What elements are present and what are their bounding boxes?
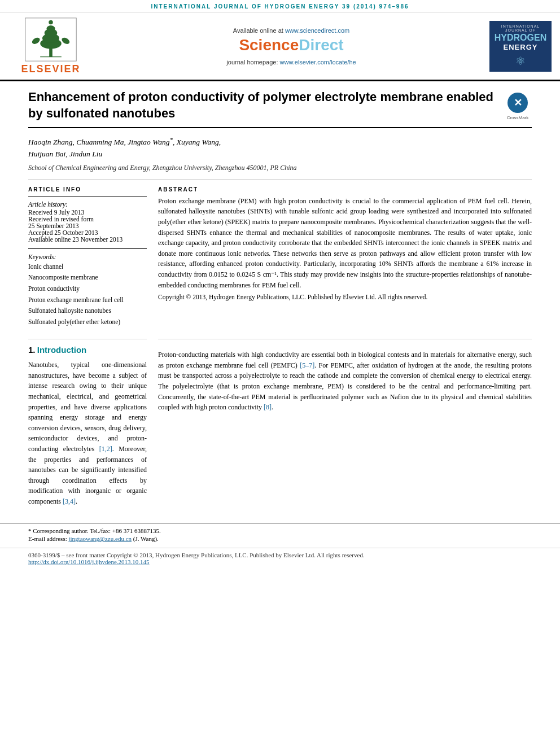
sciencedirect-logo: ScienceDirect — [239, 36, 343, 54]
article-info-abstract-section: ARTICLE INFO Article history: Received 9… — [28, 186, 532, 327]
received-date: Received 9 July 2013 — [28, 209, 147, 216]
journal-badge-section: International Journal of HYDROGEN ENERGY… — [487, 17, 554, 75]
section-title: Introduction — [37, 345, 86, 355]
affiliation-text: School of Chemical Engineering and Energ… — [28, 164, 532, 180]
article-container: Enhancement of proton conductivity of po… — [0, 81, 560, 519]
journal-badge: International Journal of HYDROGEN ENERGY… — [489, 21, 552, 72]
article-title: Enhancement of proton conductivity of po… — [28, 89, 504, 121]
email-link[interactable]: jingtaowang@zzu.edu.cn — [68, 535, 132, 542]
sciencedirect-url[interactable]: www.sciencedirect.com — [285, 27, 349, 34]
article-info-header: ARTICLE INFO — [28, 186, 147, 193]
intro-right-col: Proton-conducting materials with high co… — [158, 339, 532, 511]
footer-doi: http://dx.doi.org/10.1016/j.ijhydene.201… — [28, 558, 532, 565]
corresponding-author-note: * Corresponding author. Tel./fax: +86 37… — [28, 527, 532, 534]
elsevier-wordmark: ELSEVIER — [21, 63, 80, 75]
intro-right-text: Proton-conducting materials with high co… — [158, 350, 532, 413]
footer-issn: 0360-3199/$ – see front matter Copyright… — [28, 552, 532, 558]
keywords-label: Keywords: — [28, 254, 147, 260]
ref-5-7[interactable]: [5–7] — [300, 361, 314, 369]
abstract-header: ABSTRACT — [158, 186, 532, 193]
crossmark-icon: ✕ — [506, 91, 529, 114]
journal-homepage-line: journal homepage: www.elsevier.com/locat… — [226, 59, 356, 65]
introduction-section: 1. Introduction Nanotubes, typical one-d… — [28, 339, 532, 511]
doi-link[interactable]: http://dx.doi.org/10.1016/j.ijhydene.201… — [28, 558, 150, 565]
history-label: Article history: — [28, 201, 147, 208]
authors-section: Haoqin Zhang, Chuanming Ma, Jingtao Wang… — [28, 134, 532, 160]
abstract-body: Proton exchange membrane (PEM) with high… — [158, 196, 532, 303]
keywords-list: Ionic channel Nanocomposite membrane Pro… — [28, 261, 147, 327]
keyword-3: Proton conductivity — [28, 283, 147, 295]
svg-point-9 — [49, 20, 53, 25]
crossmark-label: CrossMark — [507, 115, 529, 120]
revised-date: 25 September 2013 — [28, 222, 147, 229]
keywords-divider — [28, 248, 147, 249]
article-title-section: Enhancement of proton conductivity of po… — [28, 89, 532, 128]
keyword-6: Sulfonated poly(ether ether ketone) — [28, 317, 147, 328]
email-suffix: (J. Wang). — [133, 535, 159, 542]
journal-header: ELSEVIER Available online at www.science… — [0, 12, 560, 81]
elsevier-logo-section: ELSEVIER — [6, 17, 96, 75]
footnote-section: * Corresponding author. Tel./fax: +86 37… — [0, 523, 560, 542]
abstract-col: ABSTRACT Proton exchange membrane (PEM) … — [158, 186, 532, 327]
available-online-text: Available online at www.sciencedirect.co… — [233, 27, 349, 34]
copyright-text: Copyright © 2013, Hydrogen Energy Public… — [158, 292, 532, 303]
keyword-5: Sulfonated halloysite nanotubes — [28, 305, 147, 317]
abstract-paragraph: Proton exchange membrane (PEM) with high… — [158, 196, 532, 290]
badge-title: HYDROGEN ENERGY — [495, 32, 546, 52]
email-note: E-mail address: jingtaowang@zzu.edu.cn (… — [28, 535, 532, 542]
ref-1-2[interactable]: [1,2] — [99, 445, 112, 453]
sciencedirect-section: Available online at www.sciencedirect.co… — [96, 17, 487, 75]
authors-text: Haoqin Zhang, Chuanming Ma, Jingtao Wang… — [28, 138, 221, 146]
svg-point-6 — [46, 25, 55, 32]
section-number: 1. — [28, 345, 36, 355]
available-online-date: Available online 23 November 2013 — [28, 236, 147, 243]
svg-point-8 — [60, 37, 71, 46]
article-history-label: Article history: Received 9 July 2013 Re… — [28, 201, 147, 243]
authors-text-2: Huijuan Bai, Jindun Liu — [28, 150, 102, 158]
atom-icon: ⚛ — [515, 54, 526, 68]
badge-intl-text: International Journal of — [493, 24, 548, 32]
ref-3-4[interactable]: [3,4] — [63, 497, 76, 505]
accepted-date: Accepted 25 October 2013 — [28, 229, 147, 236]
email-label: E-mail address: — [28, 535, 67, 542]
article-info-col: ARTICLE INFO Article history: Received 9… — [28, 186, 147, 327]
intro-left-col: 1. Introduction Nanotubes, typical one-d… — [28, 339, 147, 511]
keyword-1: Ionic channel — [28, 261, 147, 273]
article-info-divider — [28, 196, 147, 196]
intro-section-header: 1. Introduction — [28, 339, 147, 355]
page-footer: 0360-3199/$ – see front matter Copyright… — [0, 548, 560, 569]
keyword-4: Proton exchange membrane fuel cell — [28, 295, 147, 306]
journal-header-text: INTERNATIONAL JOURNAL OF HYDROGEN ENERGY… — [151, 3, 409, 10]
journal-homepage-url[interactable]: www.elsevier.com/locate/he — [280, 59, 356, 65]
svg-text:✕: ✕ — [514, 97, 522, 108]
intro-left-text: Nanotubes, typical one-dimensional nanos… — [28, 360, 147, 506]
received-revised-label: Received in revised form — [28, 216, 147, 222]
keyword-2: Nanocomposite membrane — [28, 272, 147, 283]
svg-point-7 — [31, 37, 41, 46]
keywords-section: Keywords: Ionic channel Nanocomposite me… — [28, 248, 147, 327]
elsevier-logo: ELSEVIER — [21, 17, 80, 75]
elsevier-tree-icon — [23, 17, 79, 62]
journal-header-bar: INTERNATIONAL JOURNAL OF HYDROGEN ENERGY… — [0, 0, 560, 12]
crossmark-section: ✕ CrossMark — [504, 89, 532, 120]
intro-right-divider — [158, 339, 532, 345]
ref-8[interactable]: [8] — [264, 403, 272, 411]
